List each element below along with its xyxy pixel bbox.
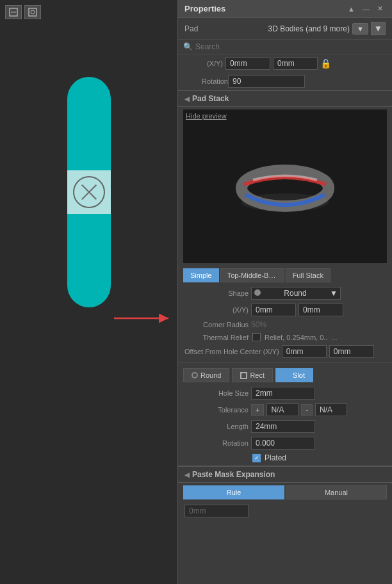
dropdown-button[interactable]: ▼ [371, 22, 386, 35]
shape-y-input[interactable] [298, 304, 343, 316]
filter-button[interactable]: ▼ [352, 23, 368, 35]
corner-radius-row: Corner Radius 50% [178, 318, 392, 331]
offset-row: Offset From Hole Center (X/Y) [178, 343, 392, 360]
xy-position-row: (X/Y) 🔒 [178, 54, 392, 72]
shape-value: Round [284, 289, 306, 298]
pin-button[interactable]: ▲ [345, 4, 357, 13]
toolbar-icon-2[interactable] [24, 5, 41, 19]
shape-xy-label: (X/Y) [184, 306, 249, 314]
tab-simple[interactable]: Simple [183, 268, 219, 282]
search-input[interactable] [195, 42, 387, 51]
hole-size-input[interactable] [251, 387, 315, 400]
offset-y-input[interactable] [329, 345, 374, 358]
ring-visualization [234, 158, 336, 215]
pad-type-text: 3D Bodies (and 9 more) [268, 24, 350, 33]
tolerance-minus-button[interactable]: - [301, 404, 313, 416]
shape-dropdown[interactable]: Round ▼ [251, 287, 341, 300]
hole-radio-slot [284, 372, 290, 378]
shape-dropdown-arrow: ▼ [330, 289, 338, 298]
hole-tab-rect-label: Rect [250, 371, 265, 379]
hole-size-label: Hole Size [184, 389, 249, 397]
tab-full-stack[interactable]: Full Stack [286, 268, 331, 282]
plated-row: ✓ Plated [178, 451, 392, 464]
corner-radius-label: Corner Radius [184, 321, 249, 328]
plated-checkbox[interactable]: ✓ [252, 454, 261, 462]
offset-x-input[interactable] [282, 345, 327, 358]
tolerance-plus-input[interactable] [266, 403, 298, 416]
rotation-input[interactable] [228, 75, 305, 88]
rule-tab[interactable]: Rule [183, 485, 284, 499]
arrow [114, 309, 178, 328]
paste-mask-header: ◀ Paste Mask Expansion [178, 466, 392, 483]
tolerance-minus-input[interactable] [315, 403, 347, 416]
thermal-relief-label: Thermal Relief [184, 334, 249, 341]
thermal-value: Relief, 0.254mm, 0.. [265, 334, 327, 341]
lock-icon[interactable]: 🔒 [320, 58, 331, 69]
collapse-arrow[interactable]: ◀ [184, 95, 190, 102]
hole-rotation-input[interactable] [251, 437, 315, 450]
plated-label: Plated [265, 453, 286, 462]
xy-label: (X/Y) [184, 60, 223, 67]
shape-xy-row: (X/Y) [178, 302, 392, 318]
pad-square [67, 170, 111, 214]
tolerance-label: Tolerance [184, 406, 249, 414]
paste-input[interactable] [184, 505, 249, 517]
hole-section: Round Rect Slot Hole Size Tolerance [178, 362, 392, 464]
rotation-label: Rotation [184, 77, 228, 85]
hole-tab-slot-label: Slot [293, 371, 305, 379]
svg-rect-2 [29, 8, 37, 16]
manual-tab[interactable]: Manual [286, 485, 387, 499]
search-bar: 🔍 [178, 40, 392, 54]
shape-x-input[interactable] [251, 304, 296, 316]
paste-collapse-arrow[interactable]: ◀ [184, 471, 190, 478]
pad-type-value: 3D Bodies (and 9 more) ▼ ▼ [268, 22, 386, 35]
search-icon: 🔍 [183, 42, 193, 51]
pad-x-icon [73, 176, 105, 208]
length-input[interactable] [251, 420, 315, 433]
y-input[interactable] [273, 57, 318, 70]
hide-preview-button[interactable]: Hide preview [186, 112, 227, 120]
offset-label: Offset From Hole Center (X/Y) [184, 348, 279, 355]
panel-header-buttons: ▲ — ✕ [345, 4, 386, 13]
minimize-button[interactable]: — [360, 4, 372, 13]
svg-point-3 [31, 10, 35, 14]
shape-label: Shape [184, 289, 249, 297]
rule-manual-tabs: Rule Manual [183, 485, 387, 499]
preview-area: Hide preview [183, 110, 387, 263]
length-row: Length [178, 418, 392, 435]
pad-type-row: Pad 3D Bodies (and 9 more) ▼ ▼ [178, 18, 392, 40]
tab-top-middle[interactable]: Top-Middle-Botto [220, 268, 284, 282]
hole-radio-round [192, 372, 198, 378]
corner-radius-value: 50% [251, 320, 266, 329]
hole-tab-slot[interactable]: Slot [275, 368, 313, 382]
pad-stack-header: ◀ Pad Stack [178, 90, 392, 107]
tolerance-row: Tolerance + - [178, 402, 392, 418]
hole-tabs-row: Round Rect Slot [178, 366, 392, 385]
hole-rotation-label: Rotation [184, 439, 249, 447]
toolbar-icon-1[interactable] [5, 5, 22, 19]
shape-row: Shape Round ▼ [178, 285, 392, 302]
pad-stack-label: Pad Stack [192, 94, 229, 103]
properties-panel: Properties ▲ — ✕ Properties Pad 3D Bodie… [177, 0, 392, 584]
hole-tab-round-label: Round [200, 371, 221, 379]
hole-size-row: Hole Size [178, 385, 392, 402]
thermal-checkbox[interactable] [252, 333, 261, 341]
rotation-row: Rotation [178, 72, 392, 90]
canvas-area [0, 0, 179, 584]
panel-header: Properties ▲ — ✕ [178, 0, 392, 18]
pad-label: Pad [184, 24, 198, 33]
close-button[interactable]: ✕ [375, 4, 386, 13]
shape-dot-icon [254, 289, 261, 298]
pad-body [67, 77, 111, 307]
paste-input-row [178, 502, 392, 520]
x-input[interactable] [225, 57, 270, 70]
pad-component [67, 77, 111, 307]
hole-tab-round[interactable]: Round [183, 368, 229, 382]
hole-rotation-row: Rotation [178, 435, 392, 451]
tabs-row: Simple Top-Middle-Botto Full Stack [178, 266, 392, 285]
hole-tab-rect[interactable]: Rect [232, 368, 273, 382]
paste-mask-label: Paste Mask Expansion [192, 470, 275, 479]
hole-rect-icon [240, 372, 247, 379]
panel-title: Properties [184, 4, 225, 13]
tolerance-plus-button[interactable]: + [251, 404, 264, 416]
